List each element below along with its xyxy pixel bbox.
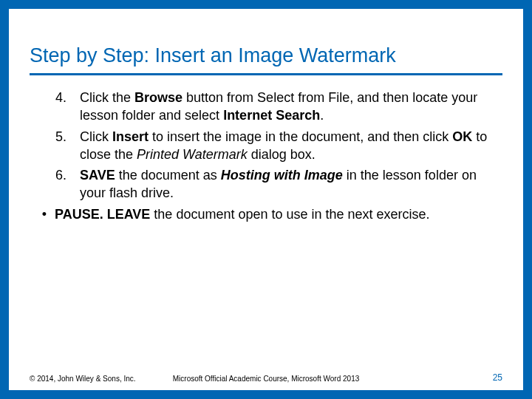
step-6: 6. SAVE the document as Hosting with Ima… bbox=[30, 166, 502, 202]
step-5: 5. Click Insert to insert the image in t… bbox=[30, 128, 502, 164]
bold-text: Insert bbox=[112, 129, 149, 144]
step-text: Click Insert to insert the image in the … bbox=[80, 128, 502, 164]
slide-content: 4. Click the Browse button from Select f… bbox=[30, 89, 502, 223]
step-number: 4. bbox=[30, 89, 80, 125]
italic-text: Printed Watermark bbox=[137, 147, 248, 162]
step-text: Click the Browse button from Select from… bbox=[80, 89, 502, 125]
text: Click the bbox=[80, 90, 134, 105]
bullet-pause: • PAUSE. LEAVE the document open to use … bbox=[30, 205, 502, 223]
step-4: 4. Click the Browse button from Select f… bbox=[30, 89, 502, 125]
text: the document as bbox=[115, 168, 221, 183]
step-text: SAVE the document as Hosting with Image … bbox=[80, 166, 502, 202]
slide: Step by Step: Insert an Image Watermark … bbox=[0, 0, 532, 399]
bold-text: PAUSE. LEAVE bbox=[55, 207, 150, 222]
text: dialog box. bbox=[248, 147, 316, 162]
text: the document open to use in the next exe… bbox=[150, 207, 429, 222]
bold-text: OK bbox=[452, 129, 472, 144]
bullet-mark: • bbox=[30, 205, 55, 223]
bold-text: Browse bbox=[134, 90, 183, 105]
text: . bbox=[320, 108, 324, 123]
slide-footer: © 2014, John Wiley & Sons, Inc. Microsof… bbox=[30, 372, 502, 383]
step-number: 5. bbox=[30, 128, 80, 164]
text: Click bbox=[80, 129, 112, 144]
step-number: 6. bbox=[30, 166, 80, 202]
copyright-text: © 2014, John Wiley & Sons, Inc. bbox=[30, 375, 136, 383]
page-number: 25 bbox=[493, 372, 502, 383]
slide-title: Step by Step: Insert an Image Watermark bbox=[30, 44, 502, 75]
bold-text: SAVE bbox=[80, 168, 115, 183]
bold-italic-text: Hosting with Image bbox=[221, 168, 343, 183]
bullet-text: PAUSE. LEAVE the document open to use in… bbox=[55, 205, 502, 223]
text: to insert the image in the document, and… bbox=[149, 129, 452, 144]
bold-text: Internet Search bbox=[223, 108, 320, 123]
